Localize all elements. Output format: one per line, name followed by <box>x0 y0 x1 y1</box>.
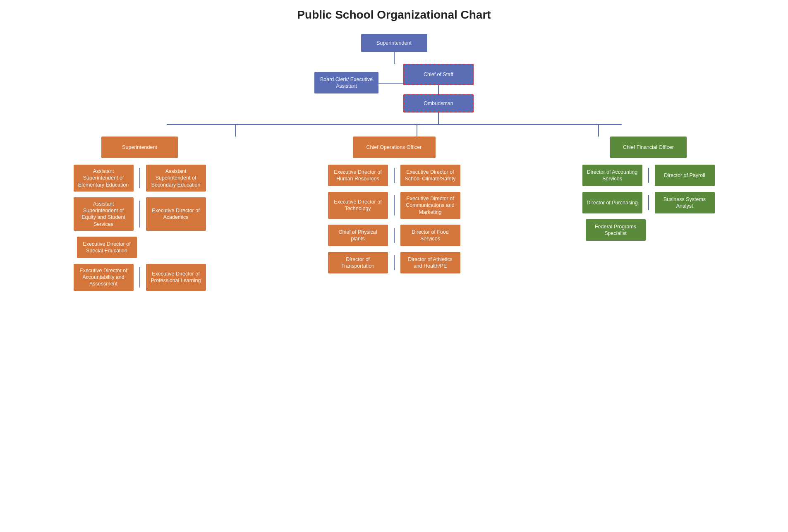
node-dir-transportation: Director of Transportation <box>328 252 388 273</box>
node-dir-purchasing: Director of Purchasing <box>582 192 642 213</box>
page-title: Public School Organizational Chart <box>8 8 780 22</box>
node-business-systems-analyst: Business Systems Analyst <box>655 192 715 213</box>
node-asst-supt-elementary: Assistant Superintendent of Elementary E… <box>74 165 134 192</box>
node-coo: Chief Operations Officer <box>353 137 436 158</box>
col-coo: Chief Operations Officer Executive Direc… <box>307 137 481 273</box>
node-board-clerk: Board Clerk/ Executive Assistant <box>314 72 378 93</box>
node-superintendent-left: Superintendent <box>101 137 178 158</box>
node-chief-of-staff: Chief of Staff <box>403 64 474 85</box>
node-exec-dir-special-ed: Executive Director of Special Education <box>77 237 137 258</box>
node-exec-dir-comms: Executive Director of Communications and… <box>400 192 460 219</box>
node-ombudsman: Ombudsman <box>403 94 474 113</box>
node-asst-supt-secondary: Assistant Superintendent of Secondary Ed… <box>146 165 206 192</box>
node-federal-programs-specialist: Federal Programs Specialist <box>586 219 646 241</box>
node-chief-physical-plants: Chief of Physical plants <box>328 225 388 246</box>
col-cfo: Chief Financial Officer Director of Acco… <box>570 137 727 241</box>
node-asst-supt-equity: Assistant Superintendent of Equity and S… <box>74 197 134 231</box>
node-cfo: Chief Financial Officer <box>610 137 687 158</box>
node-exec-dir-hr: Executive Director of Human Resources <box>328 165 388 186</box>
node-exec-dir-school-climate: Executive Director of School Climate/Saf… <box>400 165 460 186</box>
node-exec-dir-academics: Executive Director of Academics <box>146 197 206 231</box>
node-dir-food-services: Director of Food Services <box>400 225 460 246</box>
org-chart: Superintendent Board Clerk/ Executive As… <box>8 34 780 291</box>
node-superintendent-top: Superintendent <box>361 34 427 52</box>
node-exec-dir-tech: Executive Director of Technology <box>328 192 388 219</box>
col-superintendent: Superintendent Assistant Superintendent … <box>61 137 218 291</box>
node-exec-dir-accountability: Executive Director of Accountability and… <box>74 264 134 291</box>
node-dir-payroll: Director of Payroll <box>655 165 715 186</box>
node-dir-athletics: Director of Athletics and Health/PE <box>400 252 460 273</box>
node-exec-dir-prof-learning: Executive Director of Professional Learn… <box>146 264 206 291</box>
node-dir-accounting: Director of Accounting Services <box>582 165 642 186</box>
